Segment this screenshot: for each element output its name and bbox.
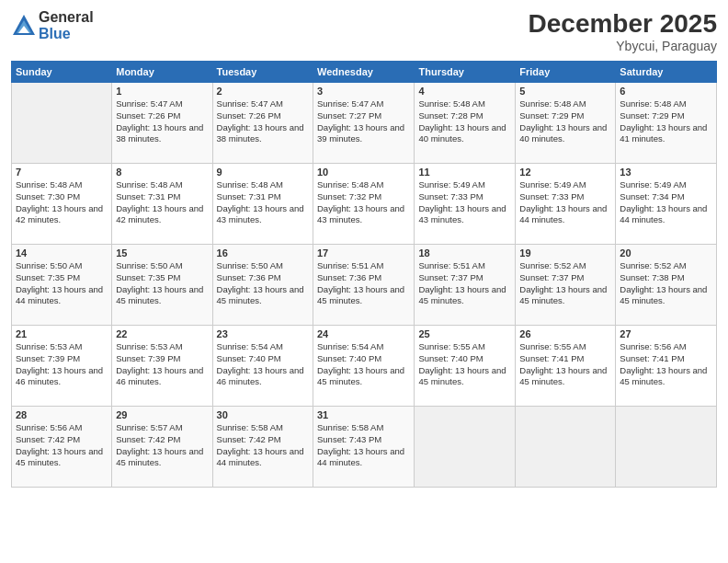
title-block: December 2025 Ybycui, Paraguay xyxy=(529,9,717,53)
calendar-cell: 27Sunrise: 5:56 AM Sunset: 7:41 PM Dayli… xyxy=(616,326,717,407)
day-number: 14 xyxy=(16,247,108,259)
day-info: Sunrise: 5:51 AM Sunset: 7:36 PM Dayligh… xyxy=(317,260,410,307)
col-tuesday: Tuesday xyxy=(212,62,313,83)
calendar-cell: 20Sunrise: 5:52 AM Sunset: 7:38 PM Dayli… xyxy=(616,245,717,326)
logo-blue-text: Blue xyxy=(39,26,94,42)
calendar-cell: 6Sunrise: 5:48 AM Sunset: 7:29 PM Daylig… xyxy=(616,83,717,164)
calendar-cell: 26Sunrise: 5:55 AM Sunset: 7:41 PM Dayli… xyxy=(516,326,616,407)
day-info: Sunrise: 5:58 AM Sunset: 7:42 PM Dayligh… xyxy=(217,422,309,469)
day-info: Sunrise: 5:53 AM Sunset: 7:39 PM Dayligh… xyxy=(16,341,108,388)
calendar-week-4: 21Sunrise: 5:53 AM Sunset: 7:39 PM Dayli… xyxy=(12,326,717,407)
day-number: 16 xyxy=(217,247,309,259)
calendar-cell: 29Sunrise: 5:57 AM Sunset: 7:42 PM Dayli… xyxy=(112,407,212,488)
day-number: 11 xyxy=(418,167,511,178)
day-number: 2 xyxy=(217,86,309,97)
day-number: 1 xyxy=(116,86,208,97)
day-info: Sunrise: 5:48 AM Sunset: 7:28 PM Dayligh… xyxy=(418,98,511,145)
col-monday: Monday xyxy=(112,62,212,83)
day-number: 7 xyxy=(16,167,108,178)
day-info: Sunrise: 5:48 AM Sunset: 7:29 PM Dayligh… xyxy=(620,98,712,145)
calendar-table: Sunday Monday Tuesday Wednesday Thursday… xyxy=(11,61,717,488)
day-number: 20 xyxy=(620,247,712,259)
calendar-cell xyxy=(12,83,112,164)
day-info: Sunrise: 5:53 AM Sunset: 7:39 PM Dayligh… xyxy=(116,341,208,388)
day-info: Sunrise: 5:55 AM Sunset: 7:40 PM Dayligh… xyxy=(418,341,511,388)
calendar-week-3: 14Sunrise: 5:50 AM Sunset: 7:35 PM Dayli… xyxy=(12,245,717,326)
day-info: Sunrise: 5:49 AM Sunset: 7:34 PM Dayligh… xyxy=(620,179,712,226)
calendar-cell: 13Sunrise: 5:49 AM Sunset: 7:34 PM Dayli… xyxy=(616,164,717,245)
day-info: Sunrise: 5:50 AM Sunset: 7:35 PM Dayligh… xyxy=(16,260,108,307)
page: General Blue December 2025 Ybycui, Parag… xyxy=(0,0,728,563)
day-info: Sunrise: 5:56 AM Sunset: 7:42 PM Dayligh… xyxy=(16,422,108,469)
col-friday: Friday xyxy=(516,62,616,83)
calendar-cell xyxy=(516,407,616,488)
day-number: 30 xyxy=(217,409,309,420)
day-number: 19 xyxy=(519,247,611,259)
day-info: Sunrise: 5:55 AM Sunset: 7:41 PM Dayligh… xyxy=(519,341,611,388)
col-sunday: Sunday xyxy=(12,62,112,83)
day-info: Sunrise: 5:58 AM Sunset: 7:43 PM Dayligh… xyxy=(317,422,410,469)
day-info: Sunrise: 5:49 AM Sunset: 7:33 PM Dayligh… xyxy=(519,179,611,226)
logo-text: General Blue xyxy=(39,9,94,41)
day-info: Sunrise: 5:54 AM Sunset: 7:40 PM Dayligh… xyxy=(217,341,309,388)
month-title: December 2025 xyxy=(529,9,717,39)
day-info: Sunrise: 5:51 AM Sunset: 7:37 PM Dayligh… xyxy=(418,260,511,307)
logo-general-text: General xyxy=(39,9,94,26)
day-number: 13 xyxy=(620,167,712,178)
day-number: 21 xyxy=(16,328,108,339)
day-info: Sunrise: 5:50 AM Sunset: 7:35 PM Dayligh… xyxy=(116,260,208,307)
day-info: Sunrise: 5:47 AM Sunset: 7:27 PM Dayligh… xyxy=(317,98,410,145)
calendar-cell: 9Sunrise: 5:48 AM Sunset: 7:31 PM Daylig… xyxy=(212,164,313,245)
day-info: Sunrise: 5:48 AM Sunset: 7:31 PM Dayligh… xyxy=(116,179,208,226)
calendar-cell: 24Sunrise: 5:54 AM Sunset: 7:40 PM Dayli… xyxy=(313,326,415,407)
day-info: Sunrise: 5:50 AM Sunset: 7:36 PM Dayligh… xyxy=(217,260,309,307)
day-info: Sunrise: 5:47 AM Sunset: 7:26 PM Dayligh… xyxy=(217,98,309,145)
calendar-cell: 12Sunrise: 5:49 AM Sunset: 7:33 PM Dayli… xyxy=(516,164,616,245)
day-number: 24 xyxy=(317,328,410,339)
calendar-cell: 4Sunrise: 5:48 AM Sunset: 7:28 PM Daylig… xyxy=(415,83,516,164)
calendar-cell: 22Sunrise: 5:53 AM Sunset: 7:39 PM Dayli… xyxy=(112,326,212,407)
calendar-cell: 10Sunrise: 5:48 AM Sunset: 7:32 PM Dayli… xyxy=(313,164,415,245)
day-info: Sunrise: 5:48 AM Sunset: 7:31 PM Dayligh… xyxy=(217,179,309,226)
col-saturday: Saturday xyxy=(616,62,717,83)
day-info: Sunrise: 5:52 AM Sunset: 7:38 PM Dayligh… xyxy=(620,260,712,307)
calendar-cell xyxy=(415,407,516,488)
calendar-week-5: 28Sunrise: 5:56 AM Sunset: 7:42 PM Dayli… xyxy=(12,407,717,488)
day-number: 29 xyxy=(116,409,208,420)
day-info: Sunrise: 5:57 AM Sunset: 7:42 PM Dayligh… xyxy=(116,422,208,469)
day-info: Sunrise: 5:48 AM Sunset: 7:32 PM Dayligh… xyxy=(317,179,410,226)
day-number: 18 xyxy=(418,247,511,259)
calendar-cell: 3Sunrise: 5:47 AM Sunset: 7:27 PM Daylig… xyxy=(313,83,415,164)
calendar-cell: 19Sunrise: 5:52 AM Sunset: 7:37 PM Dayli… xyxy=(516,245,616,326)
day-number: 4 xyxy=(418,86,511,97)
col-thursday: Thursday xyxy=(415,62,516,83)
day-number: 12 xyxy=(519,167,611,178)
calendar-cell: 15Sunrise: 5:50 AM Sunset: 7:35 PM Dayli… xyxy=(112,245,212,326)
day-number: 5 xyxy=(519,86,611,97)
location-subtitle: Ybycui, Paraguay xyxy=(529,39,717,53)
header: General Blue December 2025 Ybycui, Parag… xyxy=(11,9,717,53)
day-info: Sunrise: 5:47 AM Sunset: 7:26 PM Dayligh… xyxy=(116,98,208,145)
calendar-cell: 28Sunrise: 5:56 AM Sunset: 7:42 PM Dayli… xyxy=(12,407,112,488)
logo-icon xyxy=(11,13,37,39)
calendar-cell: 23Sunrise: 5:54 AM Sunset: 7:40 PM Dayli… xyxy=(212,326,313,407)
day-number: 10 xyxy=(317,167,410,178)
calendar-cell: 8Sunrise: 5:48 AM Sunset: 7:31 PM Daylig… xyxy=(112,164,212,245)
day-info: Sunrise: 5:56 AM Sunset: 7:41 PM Dayligh… xyxy=(620,341,712,388)
col-wednesday: Wednesday xyxy=(313,62,415,83)
day-info: Sunrise: 5:52 AM Sunset: 7:37 PM Dayligh… xyxy=(519,260,611,307)
day-number: 3 xyxy=(317,86,410,97)
calendar-cell: 2Sunrise: 5:47 AM Sunset: 7:26 PM Daylig… xyxy=(212,83,313,164)
calendar-header-row: Sunday Monday Tuesday Wednesday Thursday… xyxy=(12,62,717,83)
calendar-cell: 14Sunrise: 5:50 AM Sunset: 7:35 PM Dayli… xyxy=(12,245,112,326)
calendar-cell: 25Sunrise: 5:55 AM Sunset: 7:40 PM Dayli… xyxy=(415,326,516,407)
day-number: 25 xyxy=(418,328,511,339)
calendar-week-2: 7Sunrise: 5:48 AM Sunset: 7:30 PM Daylig… xyxy=(12,164,717,245)
day-number: 6 xyxy=(620,86,712,97)
day-info: Sunrise: 5:48 AM Sunset: 7:30 PM Dayligh… xyxy=(16,179,108,226)
day-info: Sunrise: 5:54 AM Sunset: 7:40 PM Dayligh… xyxy=(317,341,410,388)
day-number: 15 xyxy=(116,247,208,259)
day-info: Sunrise: 5:49 AM Sunset: 7:33 PM Dayligh… xyxy=(418,179,511,226)
calendar-week-1: 1Sunrise: 5:47 AM Sunset: 7:26 PM Daylig… xyxy=(12,83,717,164)
calendar-cell xyxy=(616,407,717,488)
